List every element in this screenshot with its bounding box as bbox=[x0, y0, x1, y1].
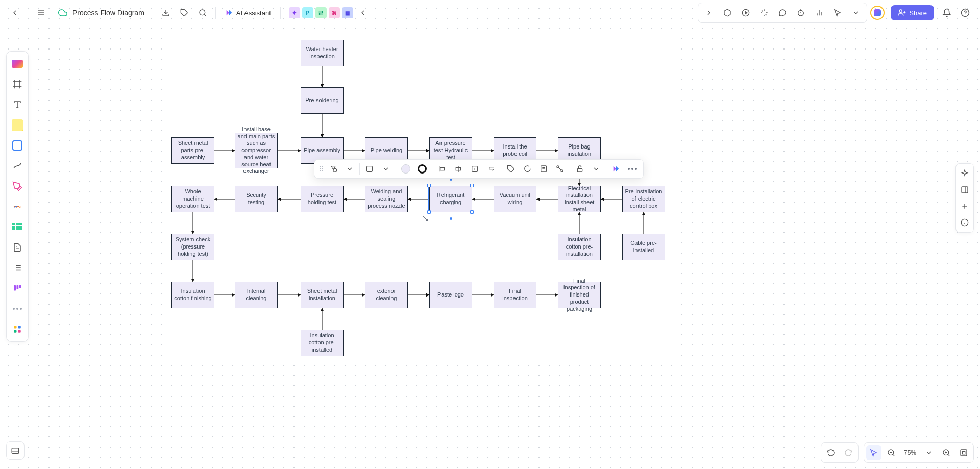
redo-button[interactable] bbox=[841, 445, 856, 460]
flowchart-node[interactable]: System check (pressure holding test) bbox=[172, 234, 214, 260]
menu-button[interactable] bbox=[32, 4, 50, 21]
minimap-toggle[interactable] bbox=[6, 441, 24, 460]
zoom-chevron[interactable] bbox=[921, 445, 937, 460]
help-button[interactable] bbox=[957, 4, 974, 21]
align-center-h-icon[interactable] bbox=[451, 161, 466, 177]
ai-badge-icon[interactable] bbox=[870, 6, 885, 20]
flowchart-node[interactable]: Sheet metal parts pre-assembly bbox=[172, 137, 214, 164]
zoom-out-button[interactable] bbox=[884, 445, 899, 460]
presence-more-button[interactable] bbox=[354, 4, 372, 21]
resize-diagonal-icon[interactable] bbox=[422, 215, 429, 224]
selection-handle[interactable] bbox=[470, 184, 474, 187]
fill-color-button[interactable] bbox=[398, 161, 413, 177]
panel-button[interactable] bbox=[957, 182, 972, 198]
flowchart-node[interactable]: Sheet metal installation bbox=[301, 282, 344, 308]
lock-icon[interactable] bbox=[572, 161, 587, 177]
selection-handle[interactable] bbox=[427, 210, 431, 214]
comment-icon[interactable] bbox=[774, 4, 791, 21]
text-tool[interactable] bbox=[8, 95, 27, 114]
link-icon[interactable] bbox=[552, 161, 568, 177]
label-icon[interactable] bbox=[483, 161, 499, 177]
canvas[interactable]: Water heater inspectionPre-solderingShee… bbox=[0, 0, 980, 469]
ai-context-button[interactable] bbox=[608, 161, 624, 177]
presence-avatar[interactable]: P bbox=[302, 7, 313, 18]
expand-right-icon[interactable] bbox=[700, 4, 718, 21]
context-more-button[interactable] bbox=[625, 161, 640, 177]
drag-handle[interactable] bbox=[317, 166, 325, 171]
flowchart-node[interactable]: Insulation cotton pre-installation bbox=[558, 234, 601, 260]
flowchart-node[interactable]: Security testing bbox=[235, 186, 278, 212]
table-tool[interactable] bbox=[8, 218, 27, 236]
comment-shape-icon[interactable] bbox=[520, 161, 535, 177]
selection-midpoint[interactable] bbox=[450, 217, 452, 220]
tag-button[interactable] bbox=[176, 4, 193, 21]
flowchart-node[interactable]: Insulation cotton pre-installed bbox=[301, 330, 344, 356]
text-button[interactable]: T bbox=[467, 161, 482, 177]
ai-side-button[interactable] bbox=[957, 166, 972, 181]
undo-button[interactable] bbox=[823, 445, 839, 460]
pointer-mode-button[interactable] bbox=[866, 445, 881, 460]
play-button[interactable] bbox=[737, 4, 754, 21]
flowchart-node[interactable]: Refrigerant charging bbox=[429, 186, 472, 212]
flowchart-node[interactable]: Pressure holding test bbox=[301, 186, 344, 212]
frame-tool[interactable] bbox=[8, 75, 27, 93]
pen-tool[interactable] bbox=[8, 177, 27, 195]
flowchart-node[interactable]: Pre-soldering bbox=[301, 87, 344, 114]
zoom-level[interactable]: 75% bbox=[901, 449, 919, 456]
flowchart-node[interactable]: Electrical installation Install sheet me… bbox=[558, 186, 601, 212]
more-tools-button[interactable] bbox=[8, 300, 27, 318]
flowchart-node[interactable]: Insulation cotton finishing bbox=[172, 282, 214, 308]
connector-tool[interactable] bbox=[8, 157, 27, 175]
shape-chevron[interactable] bbox=[342, 161, 357, 177]
flowchart-node[interactable]: Internal cleaning bbox=[235, 282, 278, 308]
flowchart-node[interactable]: Paste logo bbox=[429, 282, 472, 308]
presence-avatar[interactable]: ▦ bbox=[342, 7, 353, 18]
fit-view-button[interactable] bbox=[956, 445, 971, 460]
stroke-color-button[interactable] bbox=[414, 161, 430, 177]
switch-shape-button[interactable] bbox=[326, 161, 341, 177]
package-icon[interactable] bbox=[719, 4, 736, 21]
chart-icon[interactable] bbox=[811, 4, 828, 21]
flowchart-node[interactable]: Install base and main parts such as comp… bbox=[235, 133, 278, 168]
timer-icon[interactable] bbox=[792, 4, 810, 21]
flowchart-node[interactable]: Water heater inspection bbox=[301, 40, 344, 66]
mindmap-tool[interactable] bbox=[8, 198, 27, 216]
download-button[interactable] bbox=[157, 4, 175, 21]
document-tool[interactable] bbox=[8, 238, 27, 257]
sparkle-icon[interactable] bbox=[755, 4, 773, 21]
shape-tool[interactable] bbox=[8, 136, 27, 155]
selection-handle[interactable] bbox=[470, 210, 474, 214]
selection-handle[interactable] bbox=[427, 184, 431, 187]
sticky-note-tool[interactable] bbox=[8, 116, 27, 134]
notifications-button[interactable] bbox=[938, 4, 955, 21]
notes-icon[interactable] bbox=[536, 161, 551, 177]
presence-avatar[interactable]: ⌘ bbox=[329, 7, 340, 18]
flowchart-node[interactable]: Whole machine operation test bbox=[172, 186, 214, 212]
share-button[interactable]: Share bbox=[891, 5, 934, 20]
flowchart-node[interactable]: Final inspection bbox=[494, 282, 536, 308]
kanban-tool[interactable] bbox=[8, 279, 27, 298]
back-button[interactable] bbox=[6, 4, 23, 21]
zoom-in-button[interactable] bbox=[939, 445, 954, 460]
apps-button[interactable] bbox=[8, 320, 27, 338]
flowchart-node[interactable]: Final inspection of finished product pac… bbox=[558, 282, 601, 308]
add-button[interactable] bbox=[957, 199, 972, 214]
flowchart-node[interactable]: Pre-installation of electric control box bbox=[622, 186, 665, 212]
templates-button[interactable] bbox=[8, 55, 27, 73]
more-tools-chevron[interactable] bbox=[847, 4, 865, 21]
lock-chevron[interactable] bbox=[589, 161, 604, 177]
list-tool[interactable] bbox=[8, 259, 27, 277]
tag-icon[interactable] bbox=[503, 161, 519, 177]
presence-avatar[interactable]: ⇄ bbox=[315, 7, 327, 18]
cursor-icon[interactable] bbox=[829, 4, 846, 21]
flowchart-node[interactable]: Cable pre-installed bbox=[622, 234, 665, 260]
ai-assistant-button[interactable]: AI Assistant bbox=[220, 7, 276, 19]
flowchart-node[interactable]: Vacuum unit wiring bbox=[494, 186, 536, 212]
flowchart-node[interactable]: exterior cleaning bbox=[365, 282, 408, 308]
info-button[interactable] bbox=[957, 215, 972, 230]
align-left-icon[interactable] bbox=[434, 161, 450, 177]
search-button[interactable] bbox=[194, 4, 211, 21]
presence-avatar[interactable]: ✦ bbox=[289, 7, 300, 18]
shape-style-chevron[interactable] bbox=[378, 161, 394, 177]
flowchart-node[interactable]: Welding and sealing process nozzle bbox=[365, 186, 408, 212]
